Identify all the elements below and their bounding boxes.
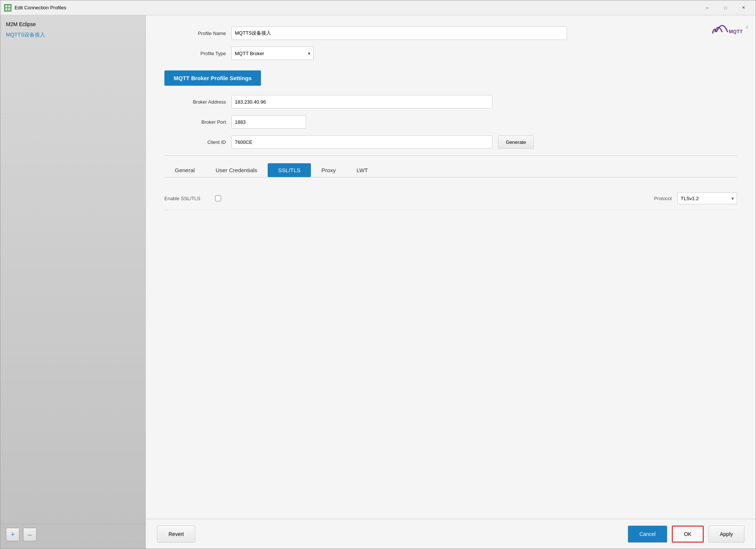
svg-point-5 <box>712 32 714 34</box>
broker-profile-settings-button[interactable]: MQTT Broker Profile Settings <box>164 70 261 86</box>
right-panel: MQTT .org Profile Name Profile Type MQTT… <box>146 15 756 549</box>
tab-proxy[interactable]: Proxy <box>311 163 346 177</box>
broker-address-row: Broker Address <box>164 95 737 108</box>
broker-address-label: Broker Address <box>164 99 231 105</box>
profile-type-select-wrapper: MQTT Broker MQTT Client ▾ <box>231 47 314 60</box>
main-window: Edit Connection Profiles ─ □ ✕ M2M Eclip… <box>0 0 756 549</box>
window-icon <box>4 4 12 12</box>
tab-user-credentials[interactable]: User Credentials <box>205 163 268 177</box>
profile-type-label: Profile Type <box>164 51 231 56</box>
apply-button[interactable]: Apply <box>708 526 744 543</box>
svg-rect-2 <box>8 5 10 7</box>
broker-address-input[interactable] <box>231 95 492 108</box>
protocol-label: Protocol <box>654 196 672 201</box>
protocol-select-wrapper: TLSv1.2 TLSv1.1 TLSv1.0 SSLv3 ▾ <box>677 192 737 204</box>
content-area: M2M Eclipse MQTTS设备接入 + – <box>0 15 756 549</box>
svg-rect-4 <box>8 8 10 10</box>
profile-name-input[interactable] <box>231 26 567 40</box>
sidebar-item-m2m[interactable]: M2M Eclipse <box>0 19 145 29</box>
divider <box>164 155 737 156</box>
profile-type-row: Profile Type MQTT Broker MQTT Client ▾ <box>164 47 737 60</box>
mqtt-logo: MQTT .org <box>711 23 748 40</box>
close-button[interactable]: ✕ <box>735 2 752 13</box>
svg-rect-3 <box>5 8 7 10</box>
left-panel-spacer <box>0 41 145 524</box>
tab-ssl-tls[interactable]: SSL/TLS <box>268 163 311 177</box>
maximize-button[interactable]: □ <box>717 2 734 13</box>
generate-button[interactable]: Generate <box>498 135 534 149</box>
remove-profile-button[interactable]: – <box>23 528 37 541</box>
ok-button[interactable]: OK <box>672 526 704 543</box>
profile-name-label: Profile Name <box>164 31 231 36</box>
broker-port-label: Broker Port <box>164 119 231 125</box>
window-controls: ─ □ ✕ <box>699 2 752 13</box>
titlebar: Edit Connection Profiles ─ □ ✕ <box>0 0 756 15</box>
svg-rect-1 <box>5 5 7 7</box>
protocol-select[interactable]: TLSv1.2 TLSv1.1 TLSv1.0 SSLv3 <box>677 192 737 204</box>
broker-port-input[interactable] <box>231 115 306 129</box>
section-header: MQTT Broker Profile Settings <box>164 70 261 86</box>
broker-port-row: Broker Port <box>164 115 737 129</box>
client-id-label: Client ID <box>164 139 231 145</box>
client-id-input[interactable] <box>231 135 492 149</box>
window-title: Edit Connection Profiles <box>15 5 699 10</box>
add-profile-button[interactable]: + <box>6 528 19 541</box>
enable-ssl-label: Enable SSL/TLS <box>164 196 200 201</box>
bottom-left: Revert <box>157 526 195 543</box>
ssl-content: Enable SSL/TLS Protocol TLSv1.2 TLSv1.1 … <box>164 187 737 210</box>
minimize-button[interactable]: ─ <box>699 2 716 13</box>
profile-name-row: Profile Name <box>164 26 737 40</box>
bottom-right: Cancel OK Apply <box>628 526 744 543</box>
bottom-toolbar: Revert Cancel OK Apply <box>146 519 756 549</box>
right-content: MQTT .org Profile Name Profile Type MQTT… <box>146 15 756 519</box>
sidebar-item-mqtts[interactable]: MQTTS设备接入 <box>0 29 145 41</box>
cancel-button[interactable]: Cancel <box>628 526 667 543</box>
tabs-row: General User Credentials SSL/TLS Proxy L… <box>164 163 737 177</box>
tab-lwt[interactable]: LWT <box>346 163 378 177</box>
left-panel-toolbar: + – <box>0 524 145 545</box>
svg-text:MQTT: MQTT <box>729 29 743 34</box>
left-panel: M2M Eclipse MQTTS设备接入 + – <box>0 15 146 549</box>
revert-button[interactable]: Revert <box>157 526 195 543</box>
profile-type-select[interactable]: MQTT Broker MQTT Client <box>231 47 314 60</box>
client-id-row: Client ID Generate <box>164 135 737 149</box>
protocol-wrapper: Protocol TLSv1.2 TLSv1.1 TLSv1.0 SSLv3 ▾ <box>654 192 737 204</box>
svg-text:.org: .org <box>745 24 748 29</box>
tab-general[interactable]: General <box>164 163 205 177</box>
enable-ssl-checkbox[interactable] <box>215 195 221 201</box>
